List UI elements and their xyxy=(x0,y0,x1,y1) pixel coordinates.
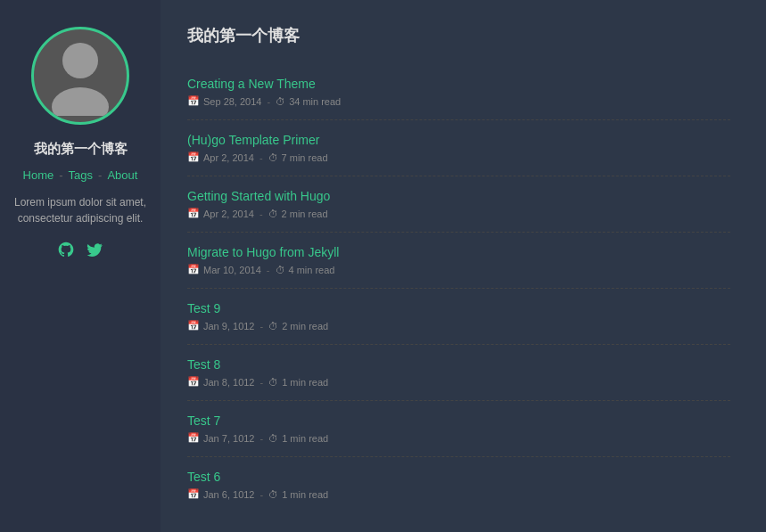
clock-icon-5: ⏱ xyxy=(268,377,278,388)
calendar-icon-7: 📅 xyxy=(187,488,200,500)
post-title-2[interactable]: Getting Started with Hugo xyxy=(187,189,730,203)
nav-tags[interactable]: Tags xyxy=(69,168,93,182)
post-read-time-4: 2 min read xyxy=(282,321,328,331)
sidebar-site-title: 我的第一个博客 xyxy=(34,141,128,158)
post-date-5: Jan 8, 1012 xyxy=(203,377,255,388)
post-date-3: Mar 10, 2014 xyxy=(203,265,261,275)
nav-about[interactable]: About xyxy=(107,168,137,182)
post-read-time-3: 4 min read xyxy=(289,265,335,275)
post-meta-5: 📅 Jan 8, 1012 - ⏱ 1 min read xyxy=(187,376,730,388)
calendar-icon-2: 📅 xyxy=(187,208,200,219)
main-content: 我的第一个博客 Creating a New Theme 📅 Sep 28, 2… xyxy=(161,0,766,532)
post-date-0: Sep 28, 2014 xyxy=(203,96,261,107)
post-title-7[interactable]: Test 6 xyxy=(187,470,730,484)
clock-icon-3: ⏱ xyxy=(276,265,285,275)
post-meta-7: 📅 Jan 6, 1012 - ⏱ 1 min read xyxy=(187,488,730,500)
calendar-icon-5: 📅 xyxy=(187,376,200,388)
sidebar: 我的第一个博客 Home - Tags - About Lorem ipsum … xyxy=(0,0,161,532)
post-date-2: Apr 2, 2014 xyxy=(203,209,254,219)
clock-icon-7: ⏱ xyxy=(268,489,278,500)
post-meta-2: 📅 Apr 2, 2014 - ⏱ 2 min read xyxy=(187,208,730,219)
clock-icon-4: ⏱ xyxy=(268,321,278,331)
calendar-icon-1: 📅 xyxy=(187,151,200,163)
post-title-0[interactable]: Creating a New Theme xyxy=(187,77,730,91)
avatar xyxy=(31,27,129,125)
nav-sep-1: - xyxy=(59,168,62,182)
clock-icon-1: ⏱ xyxy=(268,152,278,163)
svg-point-0 xyxy=(62,43,98,78)
post-meta-1: 📅 Apr 2, 2014 - ⏱ 7 min read xyxy=(187,151,730,163)
sidebar-nav: Home - Tags - About xyxy=(23,168,138,182)
clock-icon-6: ⏱ xyxy=(268,433,278,444)
post-read-time-0: 34 min read xyxy=(289,96,341,107)
social-icons xyxy=(57,241,103,263)
calendar-icon-3: 📅 xyxy=(187,264,200,275)
nav-home[interactable]: Home xyxy=(23,168,54,182)
svg-point-1 xyxy=(52,87,109,116)
post-date-4: Jan 9, 1012 xyxy=(203,321,255,331)
post-read-time-2: 2 min read xyxy=(282,209,328,219)
post-meta-6: 📅 Jan 7, 1012 - ⏱ 1 min read xyxy=(187,432,730,444)
list-item: Getting Started with Hugo 📅 Apr 2, 2014 … xyxy=(187,176,730,233)
clock-icon-2: ⏱ xyxy=(268,209,278,219)
github-icon[interactable] xyxy=(57,241,75,263)
blog-title: 我的第一个博客 xyxy=(187,25,730,46)
post-read-time-6: 1 min read xyxy=(282,433,328,444)
list-item: Test 8 📅 Jan 8, 1012 - ⏱ 1 min read xyxy=(187,345,730,401)
list-item: (Hu)go Template Primer 📅 Apr 2, 2014 - ⏱… xyxy=(187,120,730,176)
calendar-icon-0: 📅 xyxy=(187,95,200,107)
calendar-icon-6: 📅 xyxy=(187,432,200,444)
post-title-3[interactable]: Migrate to Hugo from Jekyll xyxy=(187,245,730,259)
twitter-icon[interactable] xyxy=(86,241,103,263)
calendar-icon-4: 📅 xyxy=(187,320,200,331)
list-item: Creating a New Theme 📅 Sep 28, 2014 - ⏱ … xyxy=(187,64,730,120)
list-item: Test 6 📅 Jan 6, 1012 - ⏱ 1 min read xyxy=(187,457,730,512)
sidebar-bio: Lorem ipsum dolor sit amet, consectetur … xyxy=(13,194,147,226)
list-item: Migrate to Hugo from Jekyll 📅 Mar 10, 20… xyxy=(187,233,730,289)
post-date-1: Apr 2, 2014 xyxy=(203,152,254,163)
avatar-icon xyxy=(45,36,116,116)
post-meta-0: 📅 Sep 28, 2014 - ⏱ 34 min read xyxy=(187,95,730,107)
list-item: Test 9 📅 Jan 9, 1012 - ⏱ 2 min read xyxy=(187,289,730,345)
post-title-1[interactable]: (Hu)go Template Primer xyxy=(187,133,730,147)
post-title-6[interactable]: Test 7 xyxy=(187,413,730,428)
nav-sep-2: - xyxy=(98,168,102,182)
post-read-time-5: 1 min read xyxy=(282,377,328,388)
post-list: Creating a New Theme 📅 Sep 28, 2014 - ⏱ … xyxy=(187,64,730,512)
post-date-7: Jan 6, 1012 xyxy=(203,489,255,500)
post-date-6: Jan 7, 1012 xyxy=(203,433,255,444)
list-item: Test 7 📅 Jan 7, 1012 - ⏱ 1 min read xyxy=(187,401,730,457)
clock-icon-0: ⏱ xyxy=(276,96,285,107)
post-title-4[interactable]: Test 9 xyxy=(187,301,730,315)
post-meta-4: 📅 Jan 9, 1012 - ⏱ 2 min read xyxy=(187,320,730,331)
post-meta-3: 📅 Mar 10, 2014 - ⏱ 4 min read xyxy=(187,264,730,275)
post-read-time-1: 7 min read xyxy=(282,152,328,163)
post-title-5[interactable]: Test 8 xyxy=(187,357,730,372)
post-read-time-7: 1 min read xyxy=(282,489,328,500)
